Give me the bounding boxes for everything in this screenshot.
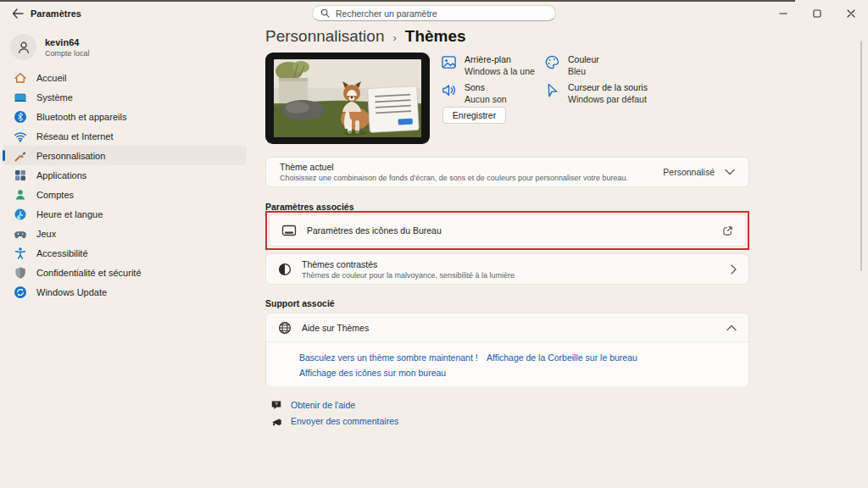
contrast-themes-title: Thèmes contrastés [302, 259, 721, 269]
network-icon [14, 130, 27, 143]
close-button[interactable] [834, 2, 868, 25]
sidebar-item-systeme[interactable]: Système [3, 87, 247, 107]
contrast-icon [278, 263, 292, 276]
sidebar-item-label: Jeux [36, 229, 56, 239]
quick-item-background[interactable]: Arrière-plan Windows à la une [441, 54, 535, 76]
theme-preview-monitor [265, 53, 430, 144]
sidebar-item-accueil[interactable]: Accueil [3, 68, 247, 87]
quick-item-sounds[interactable]: Sons Aucun son [441, 82, 507, 104]
external-link-icon [722, 225, 733, 236]
feedback-icon [270, 415, 282, 427]
quick-title: Couleur [568, 54, 599, 64]
home-icon [14, 71, 27, 85]
sidebar-item-bluetooth[interactable]: Bluetooth et appareils [3, 107, 247, 126]
quick-item-cursor[interactable]: Curseur de la souris Windows par défaut [544, 82, 648, 104]
maximize-button[interactable] [800, 2, 834, 25]
sidebar-item-label: Accueil [36, 73, 66, 83]
sidebar-item-comptes[interactable]: Comptes [3, 185, 247, 204]
contrast-themes-row[interactable]: Thèmes contrastés Thèmes de couleur pour… [265, 253, 749, 285]
selected-accent-bar [3, 150, 5, 161]
help-links-panel: Basculez vers un thème sombre maintenant… [266, 342, 748, 386]
get-help-label: Obtenir de l'aide [291, 400, 355, 410]
personalization-icon [14, 149, 27, 163]
get-help-link[interactable]: ? Obtenir de l'aide [270, 399, 355, 411]
close-icon [847, 9, 855, 18]
apps-icon [14, 169, 27, 182]
svg-text:?: ? [275, 401, 278, 407]
sidebar-item-windows-update[interactable]: Windows Update [3, 282, 247, 302]
back-button[interactable] [8, 6, 27, 21]
related-support-header: Support associé [265, 298, 335, 308]
avatar [10, 34, 36, 60]
windows-update-icon [14, 286, 27, 299]
sidebar-item-label: Système [36, 92, 73, 103]
sidebar-item-heure-langue[interactable]: Heure et langue [3, 204, 247, 224]
get-help-icon: ? [270, 399, 282, 411]
background-icon [441, 54, 457, 70]
sidebar-item-label: Bluetooth et appareils [36, 112, 126, 122]
search-placeholder: Rechercher un paramètre [336, 8, 437, 19]
send-feedback-link[interactable]: Envoyer des commentaires [270, 415, 398, 427]
person-icon [16, 40, 31, 55]
sidebar-item-label: Accessibilité [36, 248, 88, 258]
scrollbar-thumb[interactable] [860, 41, 862, 271]
quick-title: Sons [465, 82, 507, 92]
system-icon [14, 91, 27, 104]
cursor-icon [544, 82, 560, 98]
quick-item-color[interactable]: Couleur Bleu [544, 54, 599, 76]
breadcrumb-parent[interactable]: Personnalisation [265, 27, 384, 46]
breadcrumb: Personnalisation › Thèmes [265, 27, 466, 46]
user-account-type: Compte local [45, 49, 90, 58]
sidebar-nav: Accueil Système Bluetooth et appareils R… [3, 68, 247, 302]
minimize-icon [779, 9, 787, 18]
sidebar-item-label: Windows Update [36, 287, 107, 297]
settings-window: Paramètres Rechercher un paramètre kevin… [0, 0, 868, 488]
breadcrumb-separator: › [392, 31, 396, 44]
current-theme-title: Thème actuel [280, 162, 663, 172]
accounts-icon [14, 188, 27, 202]
titlebar: Paramètres Rechercher un paramètre [0, 2, 868, 25]
chevron-down-icon[interactable] [725, 169, 735, 175]
back-arrow-icon [12, 8, 24, 19]
sidebar-item-accessibilite[interactable]: Accessibilité [3, 243, 247, 263]
chevron-up-icon[interactable] [726, 324, 737, 331]
desktop-icon [281, 225, 297, 237]
current-theme-value: Personnalisé [663, 167, 715, 177]
sidebar-item-label: Confidentialité et sécurité [36, 268, 142, 278]
maximize-icon [813, 9, 821, 18]
sounds-icon [441, 82, 457, 98]
desktop-icon-settings-row[interactable]: Paramètres des icônes du Bureau [269, 214, 746, 247]
color-icon [544, 54, 560, 70]
help-link-desktop-icons[interactable]: Affichage des icônes sur mon bureau [299, 368, 446, 378]
window-title: Paramètres [31, 8, 81, 19]
help-link-dark-theme[interactable]: Basculez vers un thème sombre maintenant… [299, 352, 478, 363]
sidebar-item-label: Applications [36, 170, 86, 180]
desktop-icon-settings-label: Paramètres des icônes du Bureau [307, 225, 712, 236]
sidebar-item-confidentialite[interactable]: Confidentialité et sécurité [3, 263, 247, 282]
current-theme-row[interactable]: Thème actuel Choisissez une combinaison … [265, 157, 749, 187]
privacy-icon [14, 266, 27, 280]
help-link-recycle-bin[interactable]: Affichage de la Corbeille sur le bureau [487, 352, 637, 363]
search-input[interactable]: Rechercher un paramètre [312, 5, 556, 21]
help-on-themes-row[interactable]: Aide sur Thèmes [266, 313, 748, 342]
user-profile[interactable]: kevin64 Compte local [10, 34, 90, 60]
accessibility-icon [14, 247, 27, 260]
gaming-icon [14, 227, 27, 241]
save-theme-button[interactable]: Enregistrer [442, 107, 506, 124]
sidebar-item-label: Personnalisation [36, 151, 105, 161]
bluetooth-icon [14, 110, 27, 124]
help-card: Aide sur Thèmes Basculez vers un thème s… [265, 313, 749, 386]
current-theme-description: Choisissez une combinaison de fonds d'éc… [280, 174, 663, 182]
sidebar-item-applications[interactable]: Applications [3, 165, 247, 185]
chevron-right-icon [731, 264, 737, 274]
theme-preview-wallpaper [274, 59, 421, 137]
minimize-button[interactable] [766, 2, 800, 25]
help-on-themes-label: Aide sur Thèmes [302, 323, 716, 333]
send-feedback-label: Envoyer des commentaires [291, 416, 398, 426]
sidebar-item-jeux[interactable]: Jeux [3, 224, 247, 243]
sidebar-item-personnalisation[interactable]: Personnalisation [3, 146, 247, 165]
quick-value: Windows par défaut [568, 94, 648, 104]
sidebar-item-reseau[interactable]: Réseau et Internet [3, 126, 247, 146]
user-name: kevin64 [45, 37, 90, 47]
wallpaper-dog-photo [274, 59, 421, 137]
